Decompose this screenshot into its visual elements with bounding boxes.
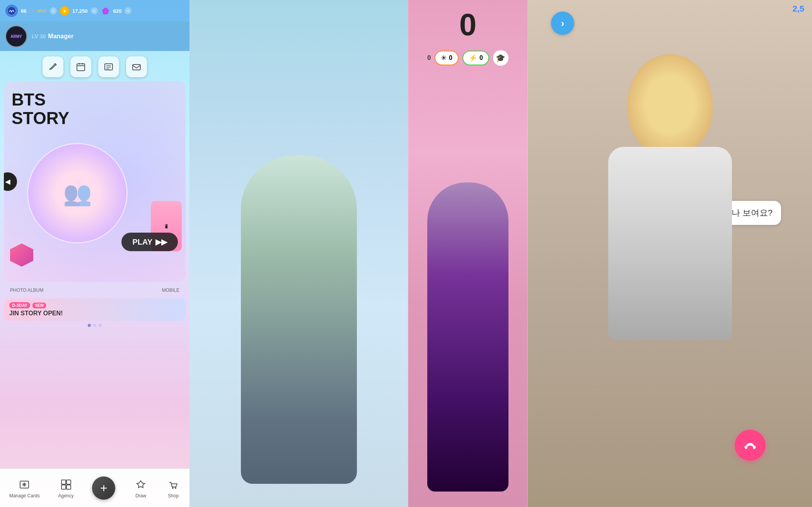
game-score-area: 0 <box>408 0 527 46</box>
next-button[interactable]: › <box>551 12 574 35</box>
profile-level: LV 30 <box>32 33 46 39</box>
dot-3[interactable] <box>99 324 102 327</box>
svg-rect-14 <box>67 480 71 484</box>
bts-group-image: 👥 <box>27 143 128 243</box>
svg-rect-15 <box>61 485 66 489</box>
caller-figure <box>573 31 767 417</box>
svg-rect-2 <box>77 64 85 71</box>
shop-icon <box>166 478 180 492</box>
svg-point-18 <box>175 487 176 489</box>
jin-silhouette <box>241 155 357 484</box>
app-logo <box>5 5 18 17</box>
caller-body <box>608 147 732 340</box>
score-display: 2,5 <box>792 4 804 14</box>
profile-name: Manager <box>48 33 73 40</box>
coin-icon: ● <box>60 6 69 15</box>
manage-cards-label: Manage Cards <box>9 493 40 498</box>
profile-info: LV 30 Manager <box>32 33 73 40</box>
game-score: 0 <box>408 7 527 43</box>
mail-button[interactable] <box>126 56 147 77</box>
play-button[interactable]: PLAY ▶▶ <box>121 233 178 251</box>
new-badge: NEW <box>32 303 46 308</box>
center-add-button[interactable]: + <box>92 476 115 500</box>
carousel-dots <box>0 324 189 327</box>
orange-star-pill: ✳ 0 <box>435 51 459 65</box>
photo-panel <box>189 0 408 507</box>
army-badge: ARMY <box>5 26 27 47</box>
nav-draw[interactable]: Draw <box>134 478 148 498</box>
story-title: BTS STORY <box>12 90 69 128</box>
coin-amount: 17,250 <box>72 8 88 14</box>
lightning-pill: ⚡ 0 <box>462 51 489 65</box>
orange-star-val: 0 <box>449 54 452 61</box>
edit-button[interactable] <box>43 56 63 77</box>
svg-rect-13 <box>61 480 66 484</box>
list-button[interactable] <box>98 56 119 77</box>
coin-plus-button[interactable]: + <box>91 7 98 14</box>
dot-1[interactable] <box>88 324 91 327</box>
profile-row: ARMY LV 30 Manager <box>0 22 189 51</box>
svg-point-0 <box>8 7 15 15</box>
nav-shop[interactable]: Shop <box>166 478 180 498</box>
star-icon: ✳ <box>441 54 447 62</box>
dot-2[interactable] <box>93 324 96 327</box>
jin-story-text: JIN STORY OPEN! <box>9 310 63 317</box>
nav-manage-cards[interactable]: ✱ Manage Cards <box>9 478 40 498</box>
d3day-badge: D-3DAY <box>9 302 30 308</box>
jin-story-banner[interactable]: D-3DAY NEW JIN STORY OPEN! <box>4 298 186 321</box>
svg-text:✱: ✱ <box>22 481 27 488</box>
gem-plus-button[interactable]: + <box>125 7 131 14</box>
left-score: 0 <box>427 54 431 61</box>
bts-logo <box>10 243 33 267</box>
draw-label: Draw <box>135 493 146 498</box>
story-section: BTS STORY 👥 ◀ 📱 PLAY ▶▶ <box>4 81 186 282</box>
agency-label: Agency <box>58 493 73 498</box>
svg-rect-16 <box>67 485 71 489</box>
action-icons-row <box>0 51 189 81</box>
banner-labels: PHOTO ALBUM MOBILE <box>4 284 186 296</box>
photo-album-label: PHOTO ALBUM <box>10 288 43 293</box>
gem-amount: 620 <box>113 8 122 14</box>
hp-max-val: 75 <box>30 8 35 14</box>
caller-head <box>628 54 713 155</box>
svg-marker-1 <box>102 8 109 14</box>
manage-cards-icon: ✱ <box>17 478 31 492</box>
hp-current: 86 <box>21 8 26 14</box>
call-panel: 2,5 › 보여요, 나 보여요? <box>528 0 812 507</box>
game-panel: 0 0 ✳ 0 ⚡ 0 🎓 <box>408 0 528 507</box>
agency-icon <box>59 478 73 492</box>
calendar-button[interactable] <box>70 56 91 77</box>
nav-agency[interactable]: Agency <box>58 478 73 498</box>
top-bar: 86 / 75 MAX + ● 17,250 + 620 + <box>0 0 189 22</box>
hp-max-label: MAX <box>38 9 47 13</box>
lightning-val: 0 <box>479 54 483 61</box>
bottom-nav: ✱ Manage Cards Agency + <box>0 468 189 507</box>
shop-label: Shop <box>168 493 179 498</box>
jin-figure <box>225 97 372 484</box>
chungha-figure <box>418 144 518 492</box>
svg-point-17 <box>172 487 174 489</box>
app-panel: 86 / 75 MAX + ● 17,250 + 620 + ARMY LV 3… <box>0 0 189 507</box>
lightning-icon: ⚡ <box>469 54 477 62</box>
end-call-button[interactable] <box>735 430 766 461</box>
draw-icon <box>134 478 148 492</box>
graduation-icon: 🎓 <box>493 50 508 66</box>
game-status-row: 0 ✳ 0 ⚡ 0 🎓 <box>408 46 527 70</box>
prev-arrow-button[interactable]: ◀ <box>4 172 17 191</box>
gem-icon <box>101 6 110 15</box>
hp-plus-button[interactable]: + <box>50 7 57 14</box>
svg-rect-10 <box>133 65 140 70</box>
chungha-silhouette <box>427 182 508 492</box>
mobile-label: MOBILE <box>162 288 179 293</box>
hp-display: 86 / 75 MAX <box>21 8 47 14</box>
